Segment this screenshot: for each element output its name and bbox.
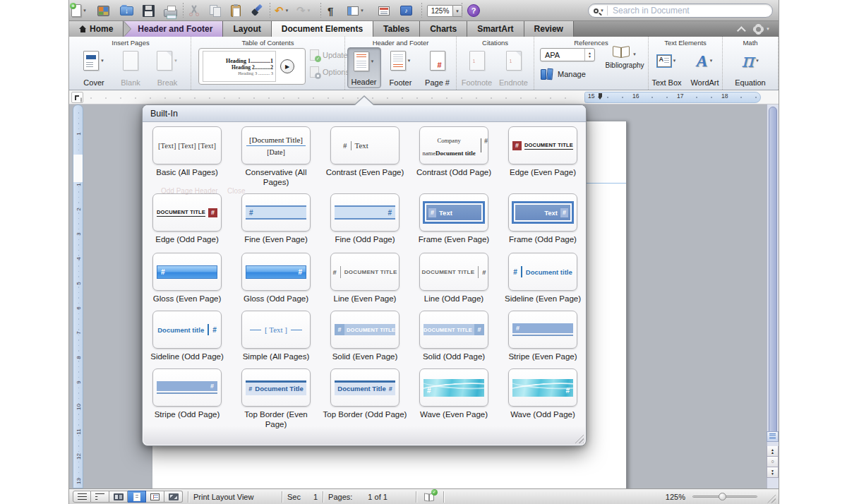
cover-button[interactable]: ▼ Cover <box>77 47 111 88</box>
outline-view-button[interactable] <box>91 491 109 503</box>
tab-review[interactable]: Review <box>524 21 574 37</box>
zoom-control[interactable]: 125%▼ <box>427 2 462 19</box>
window-resize-grip[interactable] <box>766 493 776 503</box>
gallery-item-solid-even-page[interactable]: #DOCUMENT TITLESolid (Even Page) <box>320 311 409 362</box>
toolbar-separator <box>183 3 184 18</box>
toc-gallery-button[interactable]: Heading 1..............1Heading 2.......… <box>198 48 306 85</box>
header-button[interactable]: ▼ Header <box>347 47 381 88</box>
blank-page-button[interactable]: Blank <box>114 47 148 88</box>
gallery-item-conservative-all-pages[interactable]: [Document Title][Date]Conservative (All … <box>232 126 320 187</box>
print-layout-button[interactable] <box>128 491 146 503</box>
spelling-status-icon[interactable]: ✓ <box>424 492 435 501</box>
zoom-slider-knob[interactable] <box>719 493 726 500</box>
gallery-item-edge-odd-page[interactable]: DOCUMENT TITLE#Edge (Odd Page) <box>143 193 232 245</box>
gallery-button[interactable] <box>97 2 109 19</box>
toolbox-button[interactable] <box>378 2 390 19</box>
gallery-item-wave-odd-page[interactable]: #Wave (Odd Page) <box>498 368 587 429</box>
gallery-item-sideline-even-page[interactable]: #Document titleSideline (Even Page) <box>498 253 587 304</box>
endnote-button[interactable]: Endnote <box>497 47 531 88</box>
tab-tables[interactable]: Tables <box>373 21 420 37</box>
stepper-icon[interactable]: ▲▼ <box>584 49 594 61</box>
redo-button[interactable]: ↷▼ <box>296 2 311 19</box>
indent-marker[interactable] <box>598 93 603 100</box>
gallery-item-contrast-even-page[interactable]: #TextContrast (Even Page) <box>320 126 409 187</box>
gallery-item-fine-even-page[interactable]: #Fine (Even Page) <box>232 193 320 245</box>
gallery-item-sideline-odd-page[interactable]: Document title#Sideline (Odd Page) <box>143 311 232 362</box>
cut-button[interactable] <box>188 2 200 19</box>
gallery-item-line-even-page[interactable]: #DOCUMENT TITLELine (Even Page) <box>320 253 409 304</box>
tab-smartart[interactable]: SmartArt <box>467 21 524 37</box>
equation-button[interactable]: π▼ Equation <box>731 47 770 88</box>
zoom-slider-track[interactable] <box>692 496 757 498</box>
wordart-button[interactable]: A▼ WordArt <box>687 47 722 88</box>
copy-button[interactable] <box>210 2 222 19</box>
next-page-button[interactable]: ▼▼ <box>767 467 779 478</box>
print-button[interactable] <box>164 2 177 19</box>
tab-stop-selector[interactable] <box>71 92 83 103</box>
paste-button[interactable] <box>231 2 241 19</box>
tab-layout[interactable]: Layout <box>223 21 271 37</box>
ribbon-settings-button[interactable]: ▼ <box>755 25 770 33</box>
print-layout-toggle-button[interactable]: ▼ <box>347 2 364 19</box>
popup-title: Built-In <box>143 105 586 122</box>
gallery-row: #Gloss (Even Page)#Gloss (Odd Page)#DOCU… <box>143 253 587 304</box>
collapse-ribbon-icon[interactable] <box>737 26 746 35</box>
gallery-item-stripe-odd-page[interactable]: #Stripe (Odd Page) <box>143 368 232 429</box>
break-button[interactable]: ▼ Break <box>150 47 184 88</box>
scrollbar-thumb[interactable] <box>769 107 777 437</box>
focus-view-button[interactable] <box>164 491 183 503</box>
footer-button[interactable]: ▼ Footer <box>384 47 418 88</box>
gallery-item-fine-odd-page[interactable]: #Fine (Odd Page) <box>320 193 409 245</box>
ruler-tick <box>402 97 403 99</box>
tab-charts[interactable]: Charts <box>420 21 467 37</box>
zoom-slider[interactable] <box>692 496 757 498</box>
gallery-item-contrast-odd-page[interactable]: Company nameDocument title#Contrast (Odd… <box>409 126 498 187</box>
browse-object-button[interactable]: ○ <box>767 457 779 467</box>
undo-button[interactable]: ↶▼ <box>275 2 289 19</box>
show-formatting-button[interactable]: ¶ <box>328 2 333 19</box>
gallery-item-edge-even-page[interactable]: #DOCUMENT TITLEEdge (Even Page) <box>498 126 587 187</box>
help-button[interactable]: ? <box>467 2 480 19</box>
status-bar: Print Layout View Sec 1 Pages: 1 of 1 ✓ … <box>69 488 779 504</box>
gallery-item-top-border-odd-page[interactable]: Document Title#Top Border (Odd Page) <box>320 368 409 429</box>
gallery-item-wave-even-page[interactable]: #Wave (Even Page) <box>409 368 498 429</box>
gallery-item-top-border-even-page[interactable]: #Document TitleTop Border (Even Page) <box>232 368 320 429</box>
bibliography-button[interactable]: ▼ Bibliography <box>602 47 647 69</box>
format-painter-button[interactable] <box>251 2 263 19</box>
ruler-number: 10 <box>76 402 82 412</box>
gallery-item-simple-all-pages[interactable]: [ Text ]Simple (All Pages) <box>232 311 320 362</box>
gallery-item-gloss-even-page[interactable]: #Gloss (Even Page) <box>143 253 232 304</box>
toc-options-button[interactable]: Options <box>310 66 349 78</box>
horizontal-ruler[interactable]: 15161718 <box>69 90 779 104</box>
open-button[interactable] <box>120 2 133 19</box>
new-document-button[interactable]: +▼ <box>71 2 87 19</box>
save-button[interactable] <box>143 2 155 19</box>
gallery-item-basic-all-pages[interactable]: [Text][Text][Text]Basic (All Pages) <box>143 126 232 187</box>
gallery-item-line-odd-page[interactable]: DOCUMENT TITLE#Line (Odd Page) <box>409 253 498 304</box>
search-scope-button[interactable]: ▼ <box>589 6 608 16</box>
vertical-ruler[interactable]: 112345678910111213 <box>73 104 83 488</box>
tab-home[interactable]: Home <box>69 21 124 37</box>
gallery-item-solid-odd-page[interactable]: DOCUMENT TITLE#Solid (Odd Page) <box>409 311 498 362</box>
gallery-item-frame-even-page[interactable]: #TextFrame (Even Page) <box>409 193 498 245</box>
search-field[interactable]: ▼ Search in Document <box>588 4 773 18</box>
gallery-item-stripe-even-page[interactable]: #Stripe (Even Page) <box>498 311 587 362</box>
split-window-handle[interactable] <box>767 431 779 442</box>
manage-citations-button[interactable]: Manage <box>540 68 586 80</box>
footnote-button[interactable]: Footnote <box>460 47 494 88</box>
gallery-item-frame-odd-page[interactable]: Text#Frame (Odd Page) <box>498 193 587 245</box>
toc-expand-button[interactable]: ▶ <box>280 59 294 73</box>
publishing-layout-button[interactable] <box>109 491 128 503</box>
toc-update-button[interactable]: ✓Update <box>310 49 349 61</box>
previous-page-button[interactable]: ▲▲ <box>767 446 779 457</box>
media-browser-button[interactable]: ♪ <box>400 2 412 19</box>
gallery-item-gloss-odd-page[interactable]: #Gloss (Odd Page) <box>232 253 320 304</box>
draft-view-button[interactable] <box>73 491 91 503</box>
thumbnail-wave-odd: # <box>508 368 577 407</box>
tab-header-and-footer[interactable]: Header and Footer <box>124 21 223 37</box>
tab-document-elements[interactable]: Document Elements <box>272 21 373 37</box>
page-number-button[interactable]: Page # <box>421 47 455 88</box>
notebook-layout-button[interactable] <box>146 491 164 503</box>
text-box-button[interactable]: ▼ Text Box <box>649 47 685 88</box>
citation-style-select[interactable]: APA ▲▼ <box>540 48 595 61</box>
